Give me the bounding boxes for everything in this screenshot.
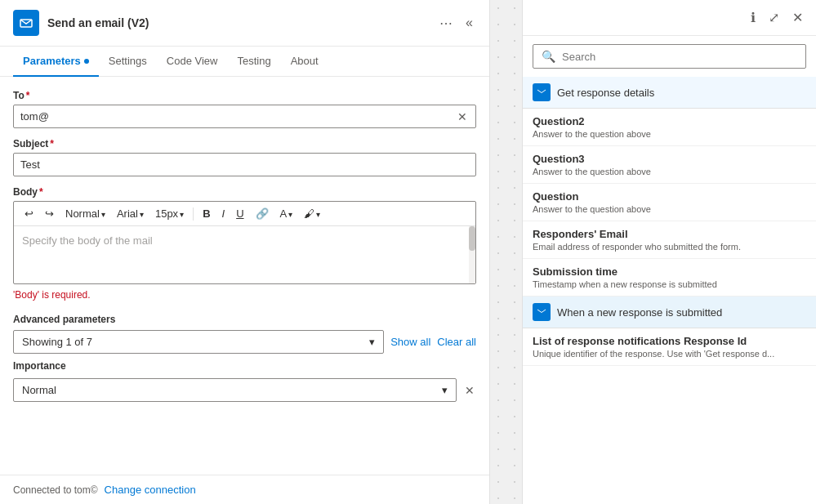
more-options-button[interactable]: ⋯ xyxy=(436,12,456,34)
importance-label: Importance xyxy=(13,360,476,372)
underline-button[interactable]: U xyxy=(232,205,247,222)
subject-input[interactable] xyxy=(20,154,469,176)
list-item[interactable]: List of response notifications Response … xyxy=(523,328,816,366)
search-icon: 🔍 xyxy=(542,50,555,63)
subject-field-group: Subject* xyxy=(13,138,476,176)
connected-text: Connected to tom© xyxy=(13,484,98,496)
font-size-dropdown[interactable]: 15px xyxy=(151,205,188,222)
font-color-button[interactable]: A xyxy=(276,205,297,222)
showing-chevron: ▾ xyxy=(369,336,375,348)
expand-button[interactable]: ⤢ xyxy=(765,7,783,29)
subject-label: Subject* xyxy=(13,138,476,149)
tab-dot xyxy=(84,59,89,64)
importance-clear-button[interactable]: ✕ xyxy=(463,382,476,399)
right-panel: When a new response is submitted 🔗 + ℹ ⤢… xyxy=(490,0,816,504)
left-panel: Send an email (V2) ⋯ « Parameters Settin… xyxy=(0,0,490,504)
list-item[interactable]: Question Answer to the question above xyxy=(523,184,816,221)
to-field-group: To* ✕ xyxy=(13,90,476,128)
collapse-button[interactable]: « xyxy=(462,12,476,33)
clear-all-button[interactable]: Clear all xyxy=(437,336,476,348)
body-editor: ↩ ↪ Normal Arial 15px B I U 🔗 A 🖌 Specif… xyxy=(13,201,476,284)
body-error: 'Body' is required. xyxy=(13,289,476,301)
group-label: Get response details xyxy=(557,87,654,99)
dynamic-panel-header: ℹ ⤢ ✕ xyxy=(523,0,816,36)
search-input[interactable] xyxy=(562,51,797,63)
importance-select[interactable]: Normal ▾ xyxy=(13,378,457,402)
panel-footer: Connected to tom© Change connection xyxy=(0,475,489,504)
font-family-chevron xyxy=(140,207,144,220)
tabs-bar: Parameters Settings Code View Testing Ab… xyxy=(0,47,489,77)
app-icon xyxy=(13,10,39,36)
group-icon xyxy=(533,83,551,101)
search-box: 🔍 xyxy=(533,44,806,69)
list-item[interactable]: Question3 Answer to the question above xyxy=(523,146,816,184)
showing-row: Showing 1 of 7 ▾ Show all Clear all xyxy=(13,330,476,354)
list-item[interactable]: Submission time Timestamp when a new res… xyxy=(523,259,816,297)
info-button[interactable]: ℹ xyxy=(747,7,759,29)
tab-testing[interactable]: Testing xyxy=(227,47,280,77)
font-size-chevron xyxy=(180,207,184,220)
to-input[interactable] xyxy=(20,105,456,127)
font-family-dropdown[interactable]: Arial xyxy=(113,205,148,222)
advanced-section: Advanced parameters Showing 1 of 7 ▾ Sho… xyxy=(13,314,476,402)
body-field-group: Body* ↩ ↪ Normal Arial 15px B I U 🔗 A 🖌 xyxy=(13,186,476,301)
panel-body: To* ✕ Subject* Body* ↩ ↪ xyxy=(0,77,489,475)
highlight-button[interactable]: 🖌 xyxy=(300,205,324,222)
dynamic-panel: ℹ ⤢ ✕ 🔍 Get response details xyxy=(522,0,816,504)
redo-button[interactable]: ↪ xyxy=(41,205,58,222)
dynamic-list: Get response details Question2 Answer to… xyxy=(523,77,816,504)
importance-chevron: ▾ xyxy=(442,384,448,396)
tab-parameters[interactable]: Parameters xyxy=(13,47,99,77)
group-label-2: When a new response is submitted xyxy=(557,306,722,319)
list-item[interactable]: Responders' Email Email address of respo… xyxy=(523,221,816,259)
tab-about[interactable]: About xyxy=(281,47,328,77)
group-header-when-new-response: When a new response is submitted xyxy=(523,297,816,328)
group-icon-2 xyxy=(533,303,551,321)
to-input-wrapper: ✕ xyxy=(13,105,476,128)
subject-input-wrapper xyxy=(13,153,476,176)
panel-header: Send an email (V2) ⋯ « xyxy=(0,0,489,47)
tab-code-view[interactable]: Code View xyxy=(157,47,228,77)
group-header-get-response: Get response details xyxy=(523,77,816,109)
showing-select[interactable]: Showing 1 of 7 ▾ xyxy=(13,330,384,354)
advanced-label: Advanced parameters xyxy=(13,314,476,325)
bold-button[interactable]: B xyxy=(198,205,214,222)
to-clear-button[interactable]: ✕ xyxy=(456,109,469,125)
panel-title: Send an email (V2) xyxy=(47,16,428,29)
list-item[interactable]: Question2 Answer to the question above xyxy=(523,109,816,146)
font-color-chevron xyxy=(288,207,292,220)
body-editor-area[interactable]: Specify the body of the mail xyxy=(14,226,475,283)
link-button[interactable]: 🔗 xyxy=(252,205,273,222)
close-dynamic-button[interactable]: ✕ xyxy=(789,7,806,29)
header-icons: ⋯ « xyxy=(436,12,476,34)
scrollbar-track[interactable] xyxy=(469,226,475,283)
importance-row: Normal ▾ ✕ xyxy=(13,378,476,402)
italic-button[interactable]: I xyxy=(218,205,230,222)
to-label: To* xyxy=(13,90,476,101)
editor-toolbar: ↩ ↪ Normal Arial 15px B I U 🔗 A 🖌 xyxy=(14,202,475,226)
body-label: Body* xyxy=(13,186,476,198)
change-connection-button[interactable]: Change connection xyxy=(105,484,196,496)
highlight-chevron xyxy=(316,207,320,220)
show-all-button[interactable]: Show all xyxy=(390,336,430,348)
toolbar-sep-1 xyxy=(193,207,194,221)
scrollbar-thumb[interactable] xyxy=(469,226,475,251)
undo-button[interactable]: ↩ xyxy=(20,205,38,222)
tab-settings[interactable]: Settings xyxy=(99,47,157,77)
font-style-chevron xyxy=(101,207,105,220)
font-style-dropdown[interactable]: Normal xyxy=(61,205,109,222)
